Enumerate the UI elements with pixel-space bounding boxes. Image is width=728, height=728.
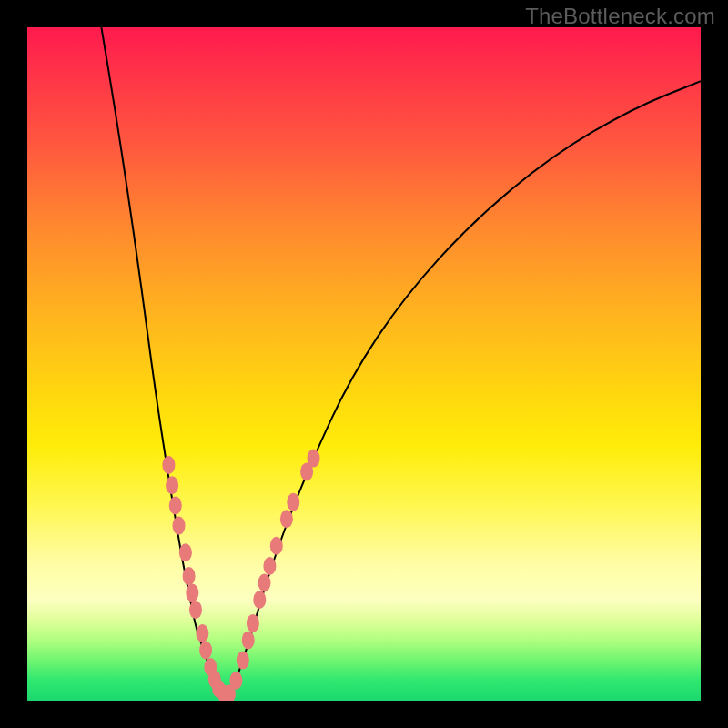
data-marker: [183, 567, 196, 585]
data-marker: [247, 614, 259, 632]
data-marker: [189, 601, 202, 619]
data-marker: [199, 642, 212, 660]
data-marker: [270, 537, 283, 555]
data-marker: [179, 543, 192, 561]
data-marker: [166, 476, 178, 494]
chart-svg: [27, 27, 701, 701]
data-marker: [169, 496, 182, 514]
data-marker: [237, 652, 249, 670]
left-curve: [101, 27, 222, 694]
data-marker: [308, 450, 320, 468]
plot-area: [27, 27, 701, 701]
data-marker: [263, 557, 276, 575]
marker-group: [162, 450, 319, 701]
data-marker: [196, 624, 208, 642]
data-marker: [173, 517, 186, 535]
data-marker: [280, 510, 293, 528]
data-marker: [242, 631, 255, 649]
data-marker: [229, 672, 242, 690]
data-marker: [287, 493, 299, 511]
data-marker: [253, 591, 266, 609]
data-marker: [258, 574, 270, 592]
watermark-text: TheBottleneck.com: [525, 4, 715, 29]
data-marker: [162, 456, 175, 474]
chart-frame: TheBottleneck.com: [0, 0, 728, 728]
data-marker: [186, 584, 198, 602]
right-curve: [229, 81, 701, 693]
